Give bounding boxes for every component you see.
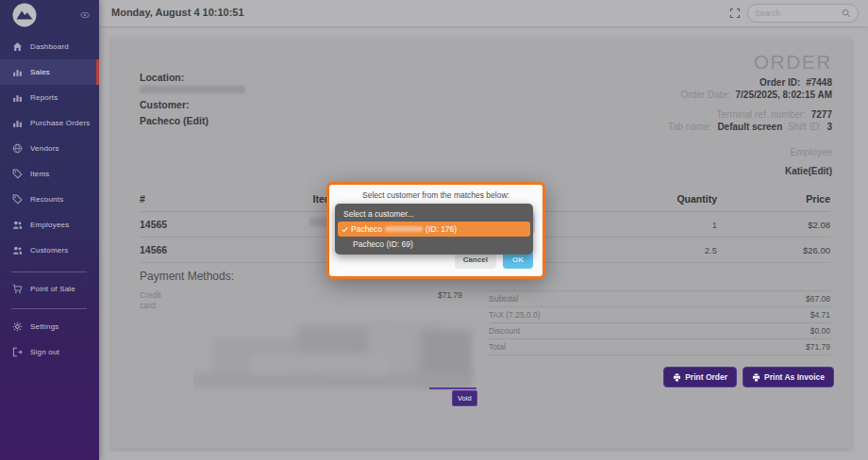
- bar-chart-icon: [12, 92, 23, 103]
- totals-row-subtotal: Subtotal $67.08: [489, 291, 830, 307]
- totals-row-total: Total $71.79: [489, 339, 830, 355]
- sign-out-icon: [12, 347, 23, 357]
- search-icon[interactable]: [842, 8, 851, 18]
- sidebar-item-dashboard[interactable]: Dashboard: [0, 34, 99, 59]
- location-label: Location:: [140, 72, 184, 83]
- bar-chart-icon: [12, 118, 23, 128]
- item-id: 14565: [140, 219, 234, 230]
- check-icon: [342, 226, 348, 233]
- col-header-price: Price: [717, 193, 830, 211]
- total-value: $71.79: [806, 342, 830, 352]
- option-redacted-block: [385, 226, 423, 232]
- fullscreen-icon[interactable]: [729, 8, 741, 19]
- order-date-value: 7/25/2025, 8:02:15 AM: [736, 90, 832, 100]
- sidebar-item-label: Items: [30, 170, 50, 178]
- customer-dropdown-menu: Select a customer... Pacheco (ID: 176) P…: [335, 204, 533, 255]
- gear-icon: [12, 321, 23, 332]
- users-icon: [12, 245, 23, 255]
- totals-row-tax: TAX (7.25,0.0) $4.71: [489, 307, 830, 323]
- signature-blur-patch: [250, 353, 392, 374]
- sidebar-item-label: Sign out: [30, 348, 59, 356]
- employee-label: Employee: [791, 147, 832, 157]
- page-title: ORDER: [754, 51, 832, 74]
- signature-blur-patch: [193, 372, 467, 387]
- search-input[interactable]: [755, 8, 842, 18]
- sidebar-item-label: Purchase Orders: [30, 119, 90, 127]
- dropdown-option[interactable]: Pacheco (ID: 69): [338, 237, 530, 252]
- sidebar-collapse-eye-icon[interactable]: [79, 10, 91, 20]
- sidebar-item-label: Employees: [30, 221, 69, 229]
- printer-icon: [673, 373, 681, 382]
- option-id: (ID: 176): [426, 224, 457, 234]
- order-date-line: Order Date: 7/25/2025, 8:02:15 AM: [677, 90, 832, 100]
- print-order-button[interactable]: Print Order: [663, 367, 737, 387]
- sidebar-item-items[interactable]: Items: [0, 161, 99, 187]
- sidebar-item-label: Customers: [30, 246, 68, 255]
- tab-name-label: Tab name:: [668, 122, 712, 132]
- sidebar-item-recounts[interactable]: Recounts: [0, 187, 99, 212]
- total-label: Total: [489, 342, 806, 352]
- sidebar-item-employees[interactable]: Employees: [0, 212, 99, 238]
- void-button[interactable]: Void: [452, 390, 477, 406]
- order-id-line: Order ID: #7448: [757, 77, 832, 88]
- print-actions: Print Order Print As Invoice: [663, 367, 834, 387]
- printer-icon: [752, 373, 760, 382]
- tab-name-value: Default screen: [717, 122, 782, 132]
- topbar: Monday, August 4 10:10:51: [99, 0, 868, 26]
- select-customer-modal: Select customer from the matches below: …: [326, 182, 545, 279]
- location-value-redacted: [140, 86, 245, 93]
- dropdown-option-selected[interactable]: Pacheco (ID: 176): [338, 222, 530, 237]
- sidebar-item-label: Vendors: [30, 144, 59, 153]
- option-name: Pacheco: [351, 224, 382, 234]
- order-id-label: Order ID:: [760, 77, 800, 88]
- totals-table: Subtotal $67.08 TAX (7.25,0.0) $4.71 Dis…: [489, 290, 830, 355]
- tab-shift-line: Tab name: Default screen Shift ID: 3: [665, 122, 832, 132]
- bar-chart-icon: [12, 67, 23, 77]
- globe-icon: [12, 143, 23, 154]
- total-value: $4.71: [810, 310, 830, 320]
- dropdown-option-placeholder[interactable]: Select a customer...: [338, 206, 530, 222]
- total-label: Subtotal: [489, 294, 806, 304]
- sidebar-item-label: Settings: [30, 322, 59, 331]
- sidebar-item-sales[interactable]: Sales: [0, 59, 99, 85]
- sidebar-item-settings[interactable]: Settings: [0, 314, 99, 339]
- item-price: $2.08: [717, 220, 830, 230]
- order-id-value: #7448: [806, 77, 832, 88]
- print-as-invoice-button[interactable]: Print As Invoice: [743, 367, 834, 387]
- totals-row-discount: Discount $0.00: [489, 323, 830, 339]
- customer-label: Customer:: [140, 99, 190, 110]
- tag-icon: [12, 169, 23, 179]
- sidebar-item-label: Reports: [30, 93, 58, 102]
- active-indicator-bar: [96, 59, 99, 85]
- terminal-value: 7277: [811, 109, 832, 120]
- sidebar-item-label: Dashboard: [30, 42, 69, 51]
- total-value: $0.00: [810, 326, 830, 336]
- total-label: Discount: [489, 326, 810, 336]
- col-header-number: #: [140, 193, 234, 211]
- signature-image: [193, 320, 476, 391]
- sidebar-item-reports[interactable]: Reports: [0, 85, 99, 110]
- sidebar-item-vendors[interactable]: Vendors: [0, 136, 99, 161]
- home-icon: [12, 41, 23, 52]
- terminal-line: Terminal ref. number: 7277: [713, 109, 832, 120]
- modal-title: Select customer from the matches below:: [329, 190, 542, 200]
- customer-edit-link[interactable]: Pacheco (Edit): [140, 115, 209, 126]
- sidebar-divider: [11, 308, 87, 309]
- print-order-label: Print Order: [685, 372, 727, 382]
- sidebar-item-label: Recounts: [30, 195, 63, 204]
- sidebar-divider: [11, 271, 87, 272]
- terminal-label: Terminal ref. number:: [716, 109, 805, 120]
- sidebar-item-label: Point of Sale: [30, 285, 75, 293]
- payment-method-amount: $71.79: [177, 290, 462, 311]
- sidebar-item-point-of-sale[interactable]: Point of Sale: [0, 276, 99, 302]
- item-id: 14566: [140, 244, 234, 255]
- sidebar-item-sign-out[interactable]: Sign out: [0, 339, 99, 365]
- payment-method-row: Credit card: $71.79: [140, 290, 462, 311]
- users-icon: [12, 220, 23, 230]
- shift-id-value: 3: [826, 122, 832, 132]
- datetime-text: Monday, August 4 10:10:51: [111, 7, 244, 18]
- sidebar-item-purchase-orders[interactable]: Purchase Orders: [0, 110, 99, 136]
- order-date-label: Order Date:: [680, 90, 729, 100]
- employee-edit-link[interactable]: Katie(Edit): [785, 166, 832, 176]
- sidebar-item-customers[interactable]: Customers: [0, 238, 99, 263]
